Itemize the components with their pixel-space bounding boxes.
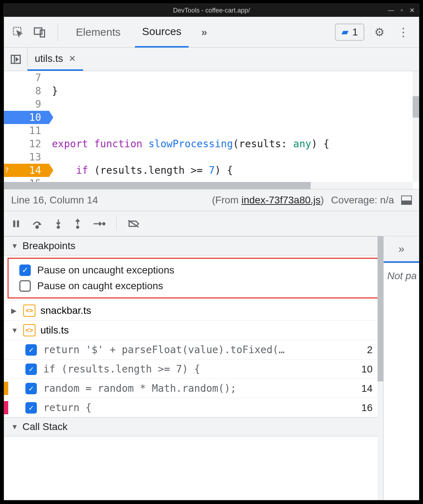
devtools-window: DevTools - coffee-cart.app/ — ▫ ✕ Elemen… [4, 4, 419, 500]
pause-options-highlight: ✓ Pause on uncaught exceptions Pause on … [8, 258, 380, 298]
bp-checkbox[interactable]: ✓ [25, 383, 37, 394]
menu-icon[interactable]: ⋮ [395, 23, 412, 42]
cursor-position: Line 16, Column 14 [11, 194, 98, 206]
pause-caught-checkbox[interactable] [19, 280, 31, 292]
svg-point-9 [57, 226, 59, 228]
gutter-line-conditional-bp[interactable]: ?14 [4, 164, 53, 177]
pause-caught-label: Pause on caught exceptions [37, 280, 163, 292]
coverage-status: Coverage: n/a [331, 194, 394, 206]
device-toggle-icon[interactable] [33, 25, 47, 39]
editor-status-bar: Line 16, Column 14 (From index-73f73a80.… [4, 189, 419, 211]
gutter-line[interactable]: 9 [4, 98, 49, 111]
titlebar: DevTools - coffee-cart.app/ — ▫ ✕ [4, 4, 419, 17]
svg-point-13 [103, 223, 105, 225]
tab-elements[interactable]: Elements [69, 17, 128, 48]
issues-count: 1 [352, 26, 358, 38]
bp-checkbox[interactable]: ✓ [25, 402, 37, 414]
step-out-button[interactable] [73, 218, 82, 229]
step-button[interactable] [93, 219, 106, 228]
gutter[interactable]: 7 8 9 10 11 12 13 ?14 15 ‥16 [4, 71, 49, 189]
gutter-line[interactable]: 12 [4, 137, 49, 150]
breakpoint-item[interactable]: ✓ return { 16 [4, 398, 383, 417]
maximize-button[interactable]: ▫ [401, 6, 403, 14]
svg-point-7 [36, 226, 38, 228]
code-content[interactable]: } export function slowProcessing(results… [49, 71, 419, 189]
svg-rect-6 [17, 220, 19, 227]
ts-file-icon: <> [23, 324, 35, 336]
footer-toggle-icon[interactable] [401, 196, 412, 205]
issues-icon: ▰ [341, 26, 349, 38]
breakpoints-header[interactable]: ▼ Breakpoints [4, 236, 383, 256]
svg-rect-5 [13, 220, 15, 227]
minimize-button[interactable]: — [388, 6, 394, 14]
code-editor[interactable]: 7 8 9 10 11 12 13 ?14 15 ‥16 } export fu… [4, 71, 419, 189]
main-toolbar: Elements Sources » ▰ 1 ⚙ ⋮ [4, 17, 419, 48]
window-controls: — ▫ ✕ [388, 6, 415, 14]
debugger-panes: ▼ Breakpoints ✓ Pause on uncaught except… [4, 236, 419, 500]
gutter-line[interactable]: 11 [4, 124, 49, 137]
file-tab-bar: utils.ts ✕ [4, 48, 419, 71]
navigator-toggle-icon[interactable] [4, 48, 28, 71]
bp-file-utils[interactable]: ▼ <> utils.ts [4, 320, 383, 340]
window-title: DevTools - coffee-cart.app/ [173, 7, 250, 14]
breakpoint-item[interactable]: ✓ return '$' + parseFloat(value).toFixed… [4, 340, 383, 359]
breakpoints-body: ✓ Pause on uncaught exceptions Pause on … [4, 256, 383, 417]
collapse-icon: ▼ [11, 423, 18, 431]
sourcemap-link[interactable]: index-73f73a80.js [242, 194, 321, 206]
gutter-line-breakpoint[interactable]: 10 [4, 111, 53, 124]
breakpoint-item[interactable]: ✓ random = random * Math.random(); 14 [4, 379, 383, 398]
pause-caught-row: Pause on caught exceptions [12, 278, 375, 294]
tab-sources[interactable]: Sources [135, 17, 189, 48]
pause-button[interactable] [11, 219, 21, 229]
left-pane-scrollbar[interactable] [378, 236, 383, 500]
file-tab-utils[interactable]: utils.ts ✕ [28, 48, 83, 71]
callstack-header[interactable]: ▼ Call Stack [4, 417, 383, 436]
file-tab-name: utils.ts [35, 53, 63, 64]
close-tab-icon[interactable]: ✕ [69, 54, 76, 64]
right-pane: » Not pa [383, 236, 419, 500]
expand-icon: ▶ [11, 306, 18, 315]
editor-scrollbar-vertical[interactable] [413, 71, 419, 182]
bp-checkbox[interactable]: ✓ [25, 364, 37, 375]
collapse-icon: ▼ [11, 242, 18, 250]
inspect-icon[interactable] [11, 25, 25, 39]
ts-file-icon: <> [23, 305, 35, 317]
bp-file-snackbar[interactable]: ▶ <> snackbar.ts [4, 301, 383, 320]
sourcemap-from: (From index-73f73a80.js) [212, 194, 324, 206]
more-tabs-icon[interactable]: » [196, 26, 213, 38]
logpoint-marker [4, 401, 8, 414]
pause-uncaught-checkbox[interactable]: ✓ [19, 265, 31, 276]
divider [58, 23, 58, 41]
pause-uncaught-label: Pause on uncaught exceptions [37, 265, 174, 276]
step-over-button[interactable] [32, 219, 43, 229]
gutter-line[interactable]: 7 [4, 71, 49, 84]
step-into-button[interactable] [54, 218, 63, 229]
close-button[interactable]: ✕ [409, 6, 415, 14]
debugger-toolbar [4, 211, 419, 236]
svg-point-11 [77, 226, 79, 228]
editor-scrollbar-horizontal[interactable] [4, 182, 413, 189]
pause-uncaught-row: ✓ Pause on uncaught exceptions [12, 262, 375, 278]
divider [116, 217, 117, 231]
collapse-icon: ▼ [11, 326, 18, 335]
gutter-line[interactable]: 13 [4, 150, 49, 164]
not-paused-label: Not pa [384, 263, 419, 500]
bp-checkbox[interactable]: ✓ [25, 344, 37, 356]
left-pane: ▼ Breakpoints ✓ Pause on uncaught except… [4, 236, 383, 500]
settings-icon[interactable]: ⚙ [371, 23, 388, 42]
more-tabs-icon[interactable]: » [384, 236, 419, 263]
gutter-line[interactable]: 8 [4, 84, 49, 98]
issues-badge[interactable]: ▰ 1 [335, 24, 364, 41]
deactivate-breakpoints-button[interactable] [127, 219, 140, 229]
conditional-bp-marker [4, 382, 8, 395]
breakpoint-item[interactable]: ✓ if (results.length >= 7) { 10 [4, 359, 383, 379]
